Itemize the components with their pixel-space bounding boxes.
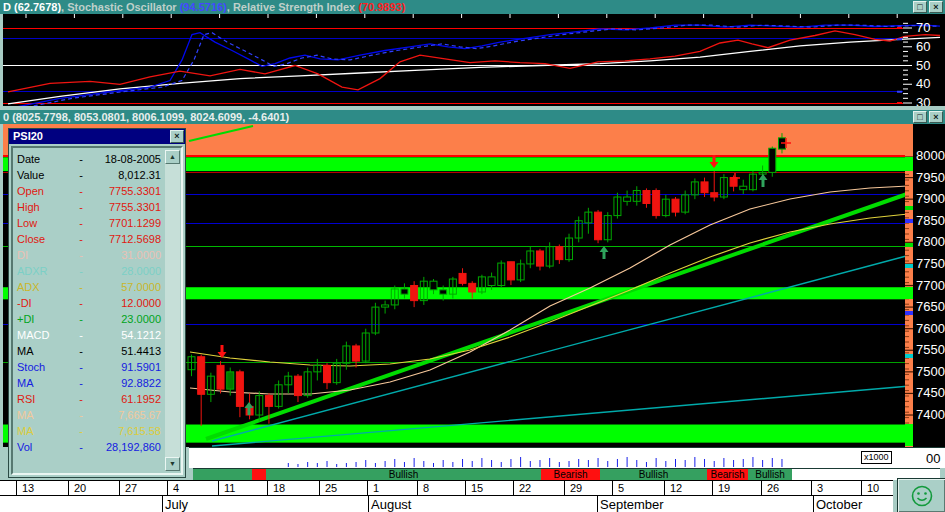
smiley-icon bbox=[910, 484, 934, 508]
quote-panel-body: Date-18-08-2005Value-8,012.31Open-7755.3… bbox=[11, 146, 183, 475]
svg-text:7400: 7400 bbox=[916, 407, 945, 422]
title-segment: D (62.7678) bbox=[3, 1, 61, 13]
title-segment: Stochastic Oscillator bbox=[67, 1, 179, 13]
svg-text:40: 40 bbox=[916, 76, 930, 91]
date-tick bbox=[218, 481, 219, 495]
smiley-button[interactable] bbox=[897, 478, 945, 512]
scroll-up-icon[interactable]: ▲ bbox=[165, 150, 180, 164]
oscillator-pane: 7060504030 bbox=[0, 14, 945, 106]
svg-text:8000: 8000 bbox=[916, 148, 945, 163]
date-label: 15 bbox=[471, 482, 483, 494]
month-separator bbox=[368, 496, 369, 512]
date-label: 8 bbox=[423, 482, 429, 494]
restore-window-button[interactable]: □ bbox=[913, 1, 927, 13]
month-label: September bbox=[600, 497, 664, 512]
price-window-titlebar: 0 (8025.7798, 8053.0801, 8006.1099, 8024… bbox=[0, 110, 945, 124]
date-label: 25 bbox=[325, 482, 337, 494]
month-separator bbox=[162, 496, 163, 512]
svg-text:7550: 7550 bbox=[916, 342, 945, 357]
price-window-title: 0 (8025.7798, 8053.0801, 8006.1099, 8024… bbox=[3, 111, 289, 123]
quote-row: -DI-12.0000 bbox=[15, 295, 163, 311]
date-label: 13 bbox=[22, 482, 34, 494]
date-tick bbox=[16, 481, 17, 495]
quote-row: ADX-57.0000 bbox=[15, 279, 163, 295]
quote-row: High-7755.3301 bbox=[15, 199, 163, 215]
svg-text:7700: 7700 bbox=[916, 278, 945, 293]
date-tick bbox=[267, 481, 268, 495]
quote-row: Stoch-91.5901 bbox=[15, 359, 163, 375]
quote-row: +DI-23.0000 bbox=[15, 311, 163, 327]
date-label: 11 bbox=[224, 482, 235, 494]
quote-row: Close-7712.5698 bbox=[15, 231, 163, 247]
quote-row: MA-7,665.67 bbox=[15, 407, 163, 423]
quote-panel-titlebar[interactable]: PSI20 × bbox=[9, 129, 185, 144]
svg-text:7450: 7450 bbox=[916, 385, 945, 400]
date-tick bbox=[612, 481, 613, 495]
title-segment: (94.5716) bbox=[180, 1, 227, 13]
month-label: October bbox=[816, 497, 862, 512]
date-tick bbox=[367, 481, 368, 495]
volume-scale-label: x1000 bbox=[861, 451, 892, 464]
svg-text:7500: 7500 bbox=[916, 364, 945, 379]
month-separator bbox=[597, 496, 598, 512]
title-segment: Relative Strength Index bbox=[233, 1, 358, 13]
quote-row: ADXR-28.0000 bbox=[15, 263, 163, 279]
quote-row: DI-31.0000 bbox=[15, 247, 163, 263]
svg-text:50: 50 bbox=[916, 58, 930, 73]
date-tick bbox=[761, 481, 762, 495]
date-label: 29 bbox=[570, 482, 582, 494]
timeline-dates: 1320274111825181522295121926310 bbox=[0, 480, 893, 496]
svg-text:70: 70 bbox=[916, 20, 930, 35]
date-label: 3 bbox=[817, 482, 823, 494]
date-label: 1 bbox=[373, 482, 379, 494]
quote-row: Vol-28,192,860 bbox=[15, 439, 163, 455]
oscillator-window-title: D (62.7678), Stochastic Oscillator (94.5… bbox=[3, 1, 405, 13]
svg-text:30: 30 bbox=[916, 95, 930, 106]
quote-row: MACD-54.1212 bbox=[15, 327, 163, 343]
svg-text:7600: 7600 bbox=[916, 321, 945, 336]
quote-panel-scrollbar[interactable]: ▲ ▼ bbox=[165, 150, 180, 471]
volume-pane: x1000 00 bbox=[189, 447, 945, 468]
svg-text:7950: 7950 bbox=[916, 170, 945, 185]
title-segment: (70.9893) bbox=[358, 1, 405, 13]
date-label: 27 bbox=[125, 482, 137, 494]
svg-text:7900: 7900 bbox=[916, 191, 945, 206]
date-tick bbox=[513, 481, 514, 495]
volume-axis-label: 00 bbox=[926, 451, 940, 466]
svg-text:7850: 7850 bbox=[916, 213, 945, 228]
quote-row: MA-92.8822 bbox=[15, 375, 163, 391]
scroll-down-icon[interactable]: ▼ bbox=[165, 457, 180, 471]
date-tick bbox=[712, 481, 713, 495]
date-label: 26 bbox=[767, 482, 779, 494]
svg-text:7800: 7800 bbox=[916, 234, 945, 249]
date-label: 4 bbox=[173, 482, 179, 494]
date-tick bbox=[811, 481, 812, 495]
quote-panel[interactable]: PSI20 × Date-18-08-2005Value-8,012.31Ope… bbox=[8, 128, 186, 478]
date-label: 10 bbox=[867, 482, 879, 494]
quote-row: MA-51.4413 bbox=[15, 343, 163, 359]
svg-text:7750: 7750 bbox=[916, 256, 945, 271]
date-tick bbox=[167, 481, 168, 495]
restore-window-button[interactable]: □ bbox=[913, 111, 927, 123]
volume-ticks bbox=[189, 448, 943, 468]
date-tick bbox=[465, 481, 466, 495]
close-window-button[interactable]: × bbox=[929, 111, 943, 123]
close-window-button[interactable]: × bbox=[929, 1, 943, 13]
date-label: 12 bbox=[670, 482, 682, 494]
date-tick bbox=[664, 481, 665, 495]
date-label: 18 bbox=[273, 482, 285, 494]
date-label: 5 bbox=[618, 482, 624, 494]
quote-row: Date-18-08-2005 bbox=[15, 151, 163, 167]
date-tick bbox=[319, 481, 320, 495]
quote-panel-title: PSI20 bbox=[13, 130, 43, 142]
month-separator bbox=[813, 496, 814, 512]
close-icon[interactable]: × bbox=[170, 130, 184, 143]
svg-text:7650: 7650 bbox=[916, 299, 945, 314]
quote-row: Low-7701.1299 bbox=[15, 215, 163, 231]
quote-row: MA-7,615.58 bbox=[15, 423, 163, 439]
quote-row: Open-7755.3301 bbox=[15, 183, 163, 199]
date-tick bbox=[417, 481, 418, 495]
date-label: 19 bbox=[718, 482, 730, 494]
date-tick bbox=[68, 481, 69, 495]
date-label: 20 bbox=[74, 482, 86, 494]
